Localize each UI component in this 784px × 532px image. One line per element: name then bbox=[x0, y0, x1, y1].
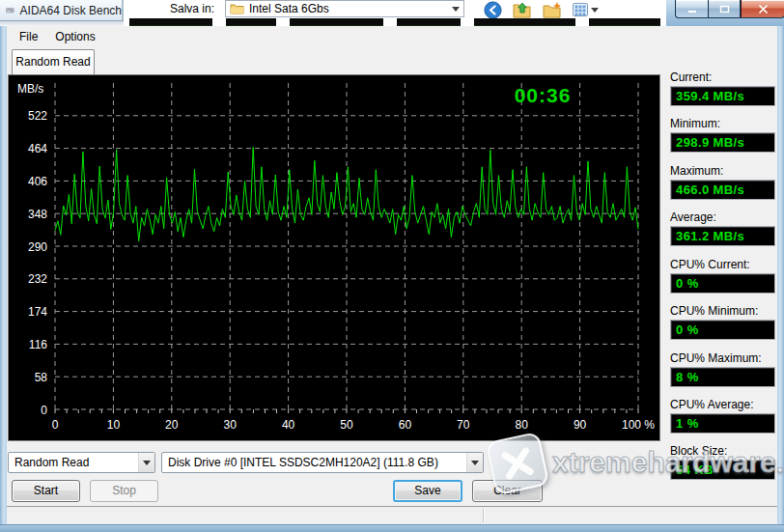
disk-drive-value: Disk Drive #0 [INTEL SSDSC2MH120A2] (111… bbox=[168, 456, 438, 469]
folder-icon bbox=[230, 3, 244, 14]
minimize-icon bbox=[687, 5, 697, 14]
stat-label: CPU% Average: bbox=[670, 398, 778, 411]
chevron-down-icon bbox=[452, 7, 460, 12]
status-bar bbox=[7, 507, 777, 524]
tab-random-read[interactable]: Random Read bbox=[12, 49, 95, 74]
dialog-titlebar-corner bbox=[666, 0, 784, 26]
benchmark-window: File Options Random Read MB/s52246440634… bbox=[7, 26, 777, 524]
stat-value: 466.0 MB/s bbox=[670, 180, 775, 200]
disk-drive-icon bbox=[6, 4, 14, 16]
menu-options[interactable]: Options bbox=[46, 28, 103, 45]
save-dialog-fragment: Salva in: Intel Sata 6Gbs bbox=[124, 0, 666, 26]
save-button[interactable]: Save bbox=[393, 480, 462, 502]
stat-label: CPU% Minimum: bbox=[670, 304, 778, 318]
stat-label: Average: bbox=[670, 210, 778, 224]
stop-button[interactable]: Stop bbox=[90, 480, 158, 502]
x-tick-label: 60 bbox=[399, 418, 412, 432]
y-tick-label: 174 bbox=[28, 305, 47, 319]
x-tick-label: 70 bbox=[457, 418, 470, 432]
file-thumbnail[interactable] bbox=[290, 18, 383, 26]
chart-plot: MB/s522464406348290232174116580010203040… bbox=[9, 75, 659, 440]
x-tick-label: 20 bbox=[165, 418, 179, 432]
y-tick-label: 0 bbox=[41, 404, 47, 417]
save-location-combobox[interactable]: Intel Sata 6Gbs bbox=[225, 0, 464, 17]
stat-value: 1 % bbox=[670, 413, 775, 434]
x-tick-label: 50 bbox=[340, 418, 353, 432]
file-thumbnail[interactable] bbox=[397, 18, 461, 26]
window-border-left bbox=[0, 26, 7, 524]
stat-value: 64 KB bbox=[670, 460, 775, 480]
dialog-toolbar bbox=[483, 0, 599, 19]
stat-label: Current: bbox=[670, 70, 778, 84]
y-axis-unit-label: MB/s bbox=[17, 82, 43, 96]
stat-value: 361.2 MB/s bbox=[670, 226, 775, 246]
stat-value: 298.9 MB/s bbox=[670, 132, 775, 153]
y-tick-label: 348 bbox=[28, 208, 47, 221]
close-button[interactable] bbox=[741, 0, 784, 18]
new-folder-icon[interactable] bbox=[543, 0, 562, 19]
background-window-titlebar[interactable]: AIDA64 Disk Bench bbox=[0, 0, 124, 20]
stat-label: Maximum: bbox=[670, 164, 778, 178]
menu-file[interactable]: File bbox=[11, 28, 46, 45]
test-type-value: Random Read bbox=[14, 456, 89, 469]
up-folder-icon[interactable] bbox=[513, 0, 532, 19]
file-thumbnail[interactable] bbox=[474, 18, 575, 26]
stat-value: 0 % bbox=[670, 320, 775, 340]
y-tick-label: 116 bbox=[29, 338, 47, 351]
view-menu-icon[interactable] bbox=[573, 3, 599, 16]
stat-value: 8 % bbox=[670, 367, 775, 387]
dialog-file-list bbox=[129, 18, 660, 26]
stat-label: Block Size: bbox=[670, 444, 778, 458]
save-location-value: Intel Sata 6Gbs bbox=[249, 2, 329, 15]
y-tick-label: 406 bbox=[28, 175, 47, 188]
chevron-down-icon bbox=[466, 453, 483, 472]
elapsed-timer: 00:36 bbox=[490, 84, 596, 107]
y-tick-label: 58 bbox=[35, 371, 48, 384]
x-tick-label: 10 bbox=[107, 418, 121, 432]
disk-drive-combobox[interactable]: Disk Drive #0 [INTEL SSDSC2MH120A2] (111… bbox=[161, 452, 484, 473]
window-controls bbox=[675, 0, 784, 18]
x-tick-label: 0 bbox=[52, 418, 59, 432]
maximize-icon bbox=[719, 5, 730, 14]
x-tick-label: 80 bbox=[516, 418, 529, 432]
clear-button[interactable]: Clear bbox=[472, 480, 543, 502]
file-thumbnail[interactable] bbox=[226, 18, 276, 26]
x-tick-label: 90 bbox=[574, 418, 587, 432]
stat-value: 359.4 MB/s bbox=[670, 86, 775, 106]
stat-label: CPU% Current: bbox=[670, 258, 778, 271]
y-tick-label: 522 bbox=[28, 109, 47, 123]
save-in-label: Salva in: bbox=[170, 2, 214, 15]
benchmark-chart: MB/s522464406348290232174116580010203040… bbox=[8, 74, 660, 441]
y-tick-label: 232 bbox=[28, 272, 47, 286]
stat-value: 0 % bbox=[670, 273, 775, 294]
y-tick-label: 290 bbox=[28, 240, 47, 254]
x-tick-label: 30 bbox=[224, 418, 238, 432]
background-window-title: AIDA64 Disk Bench bbox=[20, 4, 122, 17]
start-button[interactable]: Start bbox=[12, 480, 80, 502]
chevron-down-icon bbox=[138, 453, 154, 472]
stat-label: CPU% Maximum: bbox=[670, 351, 778, 365]
y-tick-label: 464 bbox=[28, 142, 47, 155]
menu-bar: File Options bbox=[7, 26, 777, 46]
statusbar-divider bbox=[483, 509, 485, 522]
maximize-button[interactable] bbox=[708, 0, 741, 18]
x-tick-label: 40 bbox=[282, 418, 295, 432]
close-icon bbox=[758, 5, 769, 14]
file-thumbnail[interactable] bbox=[129, 18, 212, 26]
file-thumbnail[interactable] bbox=[589, 18, 660, 26]
test-type-combobox[interactable]: Random Read bbox=[8, 452, 155, 473]
minimize-button[interactable] bbox=[675, 0, 708, 18]
back-icon[interactable] bbox=[483, 0, 502, 19]
x-tick-label: 100 % bbox=[622, 418, 655, 432]
screen: AIDA64 Disk Bench Salva in: Intel Sata 6… bbox=[0, 0, 784, 532]
window-border-right bbox=[777, 26, 784, 524]
window-border-bottom bbox=[0, 524, 784, 532]
stat-label: Minimum: bbox=[670, 117, 778, 130]
